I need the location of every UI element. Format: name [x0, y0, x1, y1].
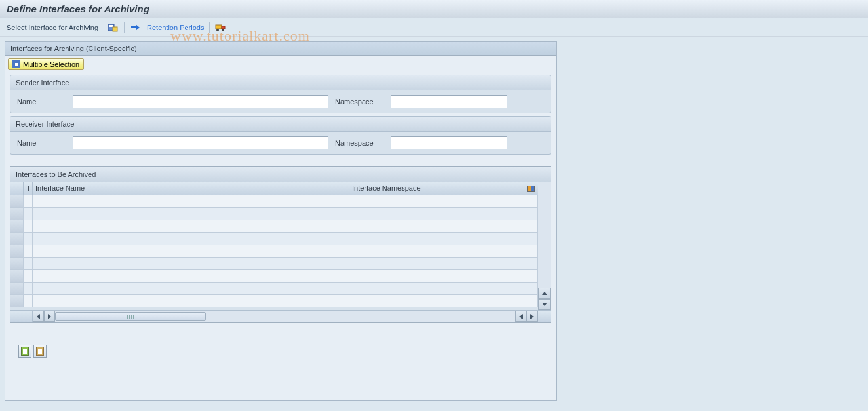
cell-interface-name[interactable] [33, 283, 349, 294]
cell-type[interactable] [24, 270, 33, 282]
cell-interface-namespace[interactable] [349, 220, 538, 232]
row-selector[interactable] [10, 208, 24, 220]
toggle-bar: Multiple Selection [5, 56, 556, 72]
receiver-name-input[interactable] [73, 136, 328, 149]
sender-namespace-input[interactable] [391, 95, 507, 108]
cell-type[interactable] [24, 258, 33, 269]
sender-name-input[interactable] [73, 95, 328, 108]
cell-interface-namespace[interactable] [349, 245, 538, 257]
cell-interface-namespace[interactable] [349, 283, 538, 294]
col-interface-namespace[interactable]: Interface Namespace [349, 182, 524, 195]
scroll-left-start-button[interactable] [33, 311, 44, 322]
delete-row-button[interactable] [33, 345, 47, 358]
table-row[interactable] [10, 195, 538, 208]
toolbar-select-label: Select Interface for Archiving [7, 24, 98, 31]
row-selector[interactable] [10, 220, 24, 232]
scroll-left-step-button[interactable] [515, 311, 526, 322]
col-selector[interactable] [10, 182, 24, 195]
table-row[interactable] [10, 245, 538, 258]
receiver-name-label: Name [17, 139, 66, 147]
grid-icon [12, 60, 20, 68]
transport-icon[interactable] [215, 22, 227, 33]
table-row[interactable] [10, 258, 538, 270]
hscroll-track[interactable] [55, 311, 515, 322]
cell-interface-name[interactable] [33, 208, 349, 220]
table-row[interactable] [10, 220, 538, 233]
multiple-selection-button[interactable]: Multiple Selection [8, 58, 84, 70]
receiver-interface-group: Receiver Interface Name Namespace [10, 116, 551, 155]
svg-rect-5 [216, 25, 222, 29]
config-icon [527, 186, 535, 192]
cell-type[interactable] [24, 295, 33, 307]
cell-type[interactable] [24, 220, 33, 232]
cell-interface-name[interactable] [33, 270, 349, 282]
select-interface-icon[interactable] [107, 22, 119, 33]
toolbar-separator-2 [209, 22, 210, 33]
row-selector[interactable] [10, 283, 24, 294]
sender-group-title: Sender Interface [10, 75, 551, 90]
cell-interface-name[interactable] [33, 258, 349, 269]
col-type[interactable]: T [24, 182, 33, 195]
cell-interface-namespace[interactable] [349, 258, 538, 269]
table-row[interactable] [10, 270, 538, 283]
cell-type[interactable] [24, 233, 33, 245]
svg-point-7 [216, 29, 219, 31]
cell-type[interactable] [24, 208, 33, 220]
cell-interface-namespace[interactable] [349, 195, 538, 207]
cell-interface-namespace[interactable] [349, 233, 538, 245]
col-interface-name[interactable]: Interface Name [33, 182, 349, 195]
panel-title: Interfaces for Archiving (Client-Specifi… [5, 42, 556, 56]
row-selector[interactable] [10, 195, 24, 207]
sender-interface-group: Sender Interface Name Namespace [10, 75, 551, 113]
receiver-group-title: Receiver Interface [10, 117, 551, 132]
cell-interface-name[interactable] [33, 233, 349, 245]
triangle-right-icon [48, 314, 51, 319]
cell-interface-name[interactable] [33, 220, 349, 232]
table-row[interactable] [10, 208, 538, 220]
vertical-scrollbar[interactable] [538, 182, 551, 310]
sender-namespace-label: Namespace [335, 98, 384, 106]
hscroll-corner [538, 311, 551, 322]
receiver-namespace-label: Namespace [335, 139, 384, 147]
row-selector[interactable] [10, 270, 24, 282]
row-selector[interactable] [10, 245, 24, 257]
table-row[interactable] [10, 233, 538, 245]
row-selector[interactable] [10, 295, 24, 307]
bottom-toolbar [5, 325, 556, 378]
cell-interface-namespace[interactable] [349, 295, 538, 307]
triangle-down-icon [542, 303, 547, 306]
table-row[interactable] [10, 295, 538, 307]
table-header-row: T Interface Name Interface Namespace [10, 182, 538, 195]
cell-type[interactable] [24, 195, 33, 207]
cell-type[interactable] [24, 283, 33, 294]
svg-point-8 [222, 29, 224, 31]
cell-interface-name[interactable] [33, 195, 349, 207]
row-selector[interactable] [10, 258, 24, 269]
toolbar-separator [124, 22, 125, 33]
scroll-right-end-button[interactable] [526, 311, 538, 322]
hscroll-thumb[interactable] [55, 312, 206, 321]
interfaces-table-box: Interfaces to Be Archived T Interface Na… [10, 166, 551, 323]
table-row[interactable] [10, 283, 538, 295]
page-title: Define Interfaces for Archiving [7, 3, 149, 14]
receiver-namespace-input[interactable] [391, 136, 507, 149]
document-remove-icon [36, 347, 44, 356]
scroll-down-button[interactable] [538, 299, 551, 310]
cell-interface-namespace[interactable] [349, 208, 538, 220]
triangle-right-icon [530, 314, 534, 319]
row-selector[interactable] [10, 233, 24, 245]
cell-interface-namespace[interactable] [349, 270, 538, 282]
table-body [10, 195, 538, 310]
insert-row-button[interactable] [18, 345, 31, 358]
cell-type[interactable] [24, 245, 33, 257]
scroll-right-step-button[interactable] [44, 311, 55, 322]
cell-interface-name[interactable] [33, 245, 349, 257]
arrow-right-icon [130, 22, 142, 33]
sender-name-label: Name [17, 98, 66, 106]
table-title: Interfaces to Be Archived [10, 167, 551, 182]
cell-interface-name[interactable] [33, 295, 349, 307]
retention-periods-link[interactable]: Retention Periods [147, 24, 204, 31]
scroll-up-button[interactable] [538, 288, 551, 299]
hscroll-lead [10, 311, 33, 322]
table-config-button[interactable] [524, 182, 538, 195]
